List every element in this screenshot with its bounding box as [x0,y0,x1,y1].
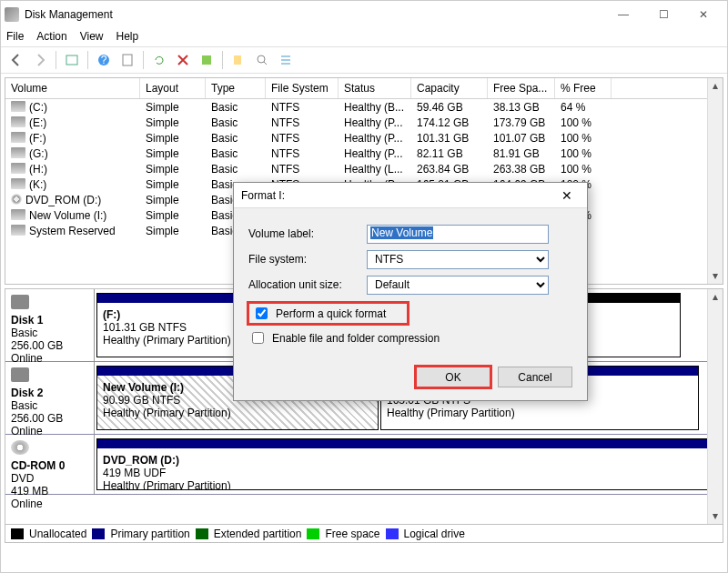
legend-swatch-freespace [307,528,319,539]
dialog-titlebar: Format I: ✕ [234,183,587,208]
allocation-size-select[interactable]: Default [367,276,549,295]
disk-1-title: Disk 1 [11,314,43,327]
legend-logical: Logical drive [404,528,465,540]
table-row[interactable]: (E:)SimpleBasicNTFSHealthy (P...174.12 G… [5,115,723,130]
table-row[interactable]: (F:)SimpleBasicNTFSHealthy (P...101.31 G… [5,130,723,146]
maximize-button[interactable]: ☐ [643,2,683,27]
help-icon[interactable]: ? [94,50,114,70]
quick-format-label: Perform a quick format [276,307,386,320]
cdrom-state: Online [11,498,43,510]
menu-view[interactable]: View [80,30,104,45]
action-icon[interactable] [197,50,217,70]
menu-action[interactable]: Action [36,30,66,45]
drive-icon [11,132,25,143]
scroll-down-icon[interactable]: ▾ [708,508,723,524]
disk-1-label[interactable]: Disk 1 Basic 256.00 GB Online [5,289,95,361]
drive-icon [11,209,25,220]
col-capacity[interactable]: Capacity [411,78,488,98]
scroll-down-icon[interactable]: ▾ [708,268,723,284]
cdrom-label[interactable]: CD-ROM 0 DVD 419 MB Online [5,435,95,494]
disk-1-kind: Basic [11,327,37,339]
cd-icon [11,440,29,455]
table-row[interactable]: (G:)SimpleBasicNTFSHealthy (P...82.11 GB… [5,146,723,161]
volume-list-header: Volume Layout Type File System Status Ca… [5,78,723,99]
cancel-button[interactable]: Cancel [498,367,572,387]
volume-label-label: Volume label: [248,227,367,240]
dialog-title: Format I: [241,189,554,202]
svg-text:?: ? [101,54,107,66]
drive-icon [11,194,22,205]
disk-icon [11,295,29,309]
disk-2-title: Disk 2 [11,387,43,399]
filesystem-select[interactable]: NTFS [367,250,549,269]
table-row[interactable]: (C:)SimpleBasicNTFSHealthy (B...59.46 GB… [5,99,723,115]
col-filesystem[interactable]: File System [266,78,339,98]
close-button[interactable]: ✕ [683,2,723,27]
col-layout[interactable]: Layout [140,78,206,98]
col-status[interactable]: Status [339,78,411,98]
new-icon[interactable] [228,50,248,70]
properties-icon[interactable] [117,50,137,70]
disk-icon [11,367,29,382]
back-button[interactable] [6,50,26,70]
col-type[interactable]: Type [206,78,266,98]
legend-swatch-extended [196,528,208,539]
volume-label-value: New Volume [370,226,433,239]
cdrom-title: CD-ROM 0 [11,459,65,472]
compression-checkbox[interactable] [252,332,264,344]
drive-icon [11,116,25,127]
format-dialog: Format I: ✕ Volume label: New Volume Fil… [233,182,588,401]
vertical-scrollbar[interactable]: ▴ ▾ [707,78,723,284]
svg-rect-3 [123,55,132,65]
svg-rect-0 [66,55,77,65]
menu-help[interactable]: Help [116,30,139,45]
partition[interactable]: DVD_ROM (D:)419 MB UDFHealthy (Primary P… [96,438,715,490]
disk-row-cdrom: CD-ROM 0 DVD 419 MB Online DVD_ROM (D:)4… [5,435,723,495]
refresh-icon[interactable] [149,50,169,70]
drive-icon [11,101,25,112]
quick-format-checkbox[interactable] [256,307,268,319]
ok-button[interactable]: OK [416,367,490,387]
table-row[interactable]: (H:)SimpleBasicNTFSHealthy (L...263.84 G… [5,161,723,176]
scroll-up-icon[interactable]: ▴ [708,78,723,94]
cdrom-kind: DVD [11,472,34,485]
legend-swatch-logical [386,528,399,539]
volume-label-input[interactable]: New Volume [367,225,549,244]
app-icon [5,7,19,22]
disk-2-label[interactable]: Disk 2 Basic 256.00 GB Online [5,362,95,434]
col-freespace[interactable]: Free Spa... [488,78,555,98]
minimize-button[interactable]: — [603,2,643,27]
legend-unallocated: Unallocated [29,528,86,540]
drive-icon [11,147,25,158]
legend-primary: Primary partition [110,528,189,540]
find-icon[interactable] [252,50,272,70]
toolbar: ? [1,46,727,74]
legend-extended: Extended partition [214,528,302,540]
filesystem-label: File system: [248,253,367,266]
compression-label: Enable file and folder compression [272,332,440,345]
allocation-size-label: Allocation unit size: [248,278,367,291]
svg-rect-5 [234,55,241,65]
drive-icon [11,225,25,236]
scroll-up-icon[interactable]: ▴ [708,289,723,305]
svg-rect-4 [202,55,211,65]
col-pctfree[interactable]: % Free [555,78,612,98]
cdrom-size: 419 MB [11,485,48,498]
forward-button[interactable] [30,50,50,70]
window-title: Disk Management [25,8,603,21]
disk-2-size: 256.00 GB [11,412,63,425]
diskmap-scrollbar[interactable]: ▴ ▾ [707,289,723,524]
legend: Unallocated Primary partition Extended p… [5,524,723,542]
dialog-close-button[interactable]: ✕ [554,188,580,203]
delete-icon[interactable] [173,50,193,70]
drive-icon [11,163,25,174]
menu-file[interactable]: File [6,30,24,45]
col-volume[interactable]: Volume [5,78,140,98]
legend-swatch-unallocated [11,528,24,539]
disk-1-size: 256.00 GB [11,339,63,352]
details-icon[interactable] [62,50,82,70]
window-titlebar: Disk Management — ☐ ✕ [1,1,727,28]
legend-freespace: Free space [325,528,379,540]
list-icon[interactable] [276,50,296,70]
legend-swatch-primary [92,528,105,539]
